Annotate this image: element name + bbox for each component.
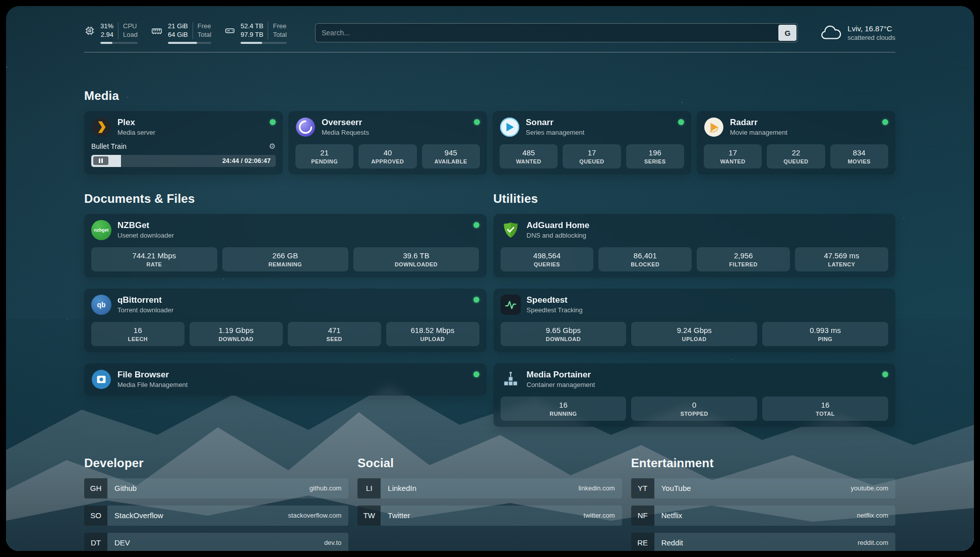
service-name: Radarr bbox=[730, 118, 787, 128]
bookmark-abbr: TW bbox=[357, 506, 381, 526]
bookmark-abbr: GH bbox=[84, 478, 107, 498]
service-card-portainer[interactable]: Media Portainer Container management 16 … bbox=[494, 363, 896, 427]
pause-button[interactable] bbox=[93, 156, 108, 165]
stat-value: 2,956 bbox=[699, 251, 788, 260]
plex-icon bbox=[91, 117, 111, 137]
portainer-stats: 16 RUNNING 0 STOPPED 16 TOTAL bbox=[501, 397, 889, 421]
stat-label: DOWNLOAD bbox=[503, 336, 625, 342]
service-name: Plex bbox=[117, 118, 155, 128]
service-desc: Media Requests bbox=[322, 129, 369, 136]
nzbget-icon-text: nzbget bbox=[94, 228, 109, 233]
radarr-header: Radarr Movie management bbox=[704, 117, 888, 137]
bookmark-dev[interactable]: DT DEV dev.to bbox=[84, 533, 348, 551]
stat-label: WANTED bbox=[502, 158, 556, 164]
stat: 471 SEED bbox=[288, 322, 381, 346]
bookmark-url: youtube.com bbox=[851, 484, 888, 492]
stat-label: RATE bbox=[93, 261, 215, 267]
overseerr-header: Overseerr Media Requests bbox=[295, 117, 480, 137]
overseerr-text: Overseerr Media Requests bbox=[322, 118, 369, 136]
sonarr-header: Sonarr Series management bbox=[500, 117, 684, 137]
bookmark-abbr: NF bbox=[631, 506, 654, 526]
service-card-radarr[interactable]: Radarr Movie management 17 WANTED 22 QUE… bbox=[697, 111, 895, 175]
qbittorrent-text: qBittorrent Torrent downloader bbox=[117, 295, 173, 314]
ram-free-label: Free bbox=[198, 22, 211, 31]
qbittorrent-header: qb qBittorrent Torrent downloader bbox=[91, 295, 479, 315]
cpu-progress-track bbox=[100, 42, 138, 44]
stat-label: DOWNLOADED bbox=[355, 261, 477, 267]
qbittorrent-icon-text: qb bbox=[97, 301, 105, 309]
bookmark-linkedin[interactable]: LI LinkedIn linkedin.com bbox=[357, 478, 622, 498]
stat-label: BLOCKED bbox=[600, 261, 690, 267]
stat: 40 APPROVED bbox=[358, 144, 416, 169]
utilities-column: Utilities AdGuard Home bbox=[494, 192, 896, 427]
qbittorrent-stats: 16 LEECH 1.19 Gbps DOWNLOAD 471 SEED 6 bbox=[91, 322, 479, 346]
qbittorrent-icon: qb bbox=[91, 295, 111, 315]
ram-total-label: Total bbox=[198, 31, 211, 39]
cpu-metric-body: 31% 2.94 CPU Load bbox=[100, 22, 138, 44]
service-card-speedtest[interactable]: Speedtest Speedtest Tracking 9.65 Gbps D… bbox=[494, 289, 896, 352]
bookmark-twitter[interactable]: TW Twitter twitter.com bbox=[357, 506, 622, 526]
bookmark-github[interactable]: GH Github github.com bbox=[84, 478, 348, 498]
service-card-adguard[interactable]: AdGuard Home DNS and adblocking 498,564 … bbox=[494, 214, 896, 277]
stat: 21 PENDING bbox=[295, 144, 353, 169]
ram-total-value: 64 GiB bbox=[168, 31, 188, 39]
search-input[interactable] bbox=[315, 23, 798, 42]
stat: 2,956 FILTERED bbox=[697, 247, 790, 271]
weather-condition: scattered clouds bbox=[847, 34, 895, 41]
stat-label: SERIES bbox=[628, 158, 682, 164]
nzbget-icon: nzbget bbox=[91, 220, 111, 240]
service-card-filebrowser[interactable]: File Browser Media File Management bbox=[84, 363, 486, 396]
overseerr-stats: 21 PENDING 40 APPROVED 945 AVAILABLE bbox=[295, 144, 480, 169]
ram-icon bbox=[151, 25, 163, 36]
stat: 22 QUEUED bbox=[767, 144, 825, 169]
bookmark-name: LinkedIn bbox=[388, 484, 416, 492]
stat-value: 21 bbox=[297, 148, 351, 157]
section-title-entertainment: Entertainment bbox=[631, 456, 895, 470]
service-card-sonarr[interactable]: Sonarr Series management 485 WANTED 17 Q… bbox=[493, 111, 691, 175]
stat-value: 945 bbox=[424, 148, 478, 157]
bookmark-url: dev.to bbox=[324, 539, 341, 546]
stat-value: 86,401 bbox=[600, 251, 690, 260]
bookmark-stackoverflow[interactable]: SO StackOverflow stackoverflow.com bbox=[84, 506, 348, 526]
sonarr-text: Sonarr Series management bbox=[526, 118, 584, 136]
gear-icon[interactable]: ⚙ bbox=[269, 142, 276, 151]
stat: 0 STOPPED bbox=[631, 397, 757, 421]
disk-total-label: Total bbox=[273, 31, 286, 39]
filebrowser-icon bbox=[91, 369, 111, 389]
speedtest-text: Speedtest Speedtest Tracking bbox=[527, 295, 583, 314]
service-card-plex[interactable]: Plex Media server Bullet Train ⚙ 24:44 /… bbox=[84, 111, 283, 175]
service-card-nzbget[interactable]: nzbget NZBGet Usenet downloader 744.21 M… bbox=[84, 214, 486, 277]
stat-label: RUNNING bbox=[503, 411, 625, 417]
bookmark-netflix[interactable]: NF Netflix netflix.com bbox=[631, 506, 895, 526]
radarr-icon bbox=[704, 117, 724, 137]
stat: 47.569 ms LATENCY bbox=[795, 247, 888, 271]
speedtest-stats: 9.65 Gbps DOWNLOAD 9.24 Gbps UPLOAD 0.99… bbox=[501, 322, 889, 346]
stat-label: MOVIES bbox=[832, 158, 886, 164]
stat-label: APPROVED bbox=[360, 158, 414, 164]
bookmark-name: Reddit bbox=[661, 538, 683, 547]
bookmark-abbr: RE bbox=[631, 533, 654, 551]
adguard-header: AdGuard Home DNS and adblocking bbox=[501, 220, 889, 240]
middle-columns: Documents & Files nzbget NZBGet Usenet d… bbox=[84, 192, 895, 427]
disk-metric: 52.4 TB 97.9 TB Free Total bbox=[224, 22, 287, 44]
sonarr-icon bbox=[500, 117, 520, 137]
dashboard-content: 31% 2.94 CPU Load bbox=[84, 6, 895, 551]
disk-total-value: 97.9 TB bbox=[240, 31, 263, 39]
speedtest-icon bbox=[501, 295, 521, 315]
cloud-icon bbox=[820, 25, 841, 41]
status-dot bbox=[270, 119, 276, 125]
search-provider-button[interactable]: G bbox=[778, 25, 797, 41]
bookmarks-social: Social LI LinkedIn linkedin.com TW Twitt… bbox=[357, 456, 622, 551]
dashboard-screen: 31% 2.94 CPU Load bbox=[6, 6, 974, 551]
stat-label: SEED bbox=[290, 336, 379, 342]
bookmark-reddit[interactable]: RE Reddit reddit.com bbox=[631, 533, 895, 551]
portainer-text: Media Portainer Container management bbox=[527, 370, 595, 388]
service-card-qbittorrent[interactable]: qb qBittorrent Torrent downloader 16 LEE… bbox=[84, 289, 486, 352]
bookmark-youtube[interactable]: YT YouTube youtube.com bbox=[631, 478, 895, 498]
status-dot bbox=[473, 222, 479, 228]
ram-metric: 21 GiB 64 GiB Free Total bbox=[151, 22, 211, 44]
service-card-overseerr[interactable]: Overseerr Media Requests 21 PENDING 40 A… bbox=[288, 111, 487, 175]
portainer-icon bbox=[501, 369, 521, 389]
service-desc: Torrent downloader bbox=[117, 306, 173, 314]
now-playing-progress[interactable]: 24:44 / 02:06:47 bbox=[91, 155, 276, 167]
